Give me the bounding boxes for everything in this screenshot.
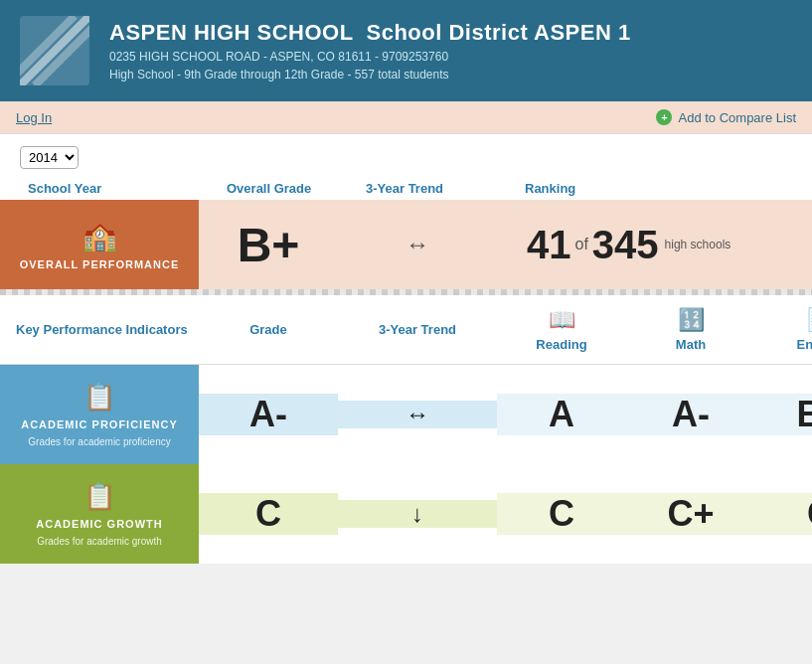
- growth-row: 📋 ACADEMIC GROWTH Grades for academic gr…: [0, 464, 812, 564]
- col-overall-grade: Overall Grade: [219, 177, 358, 200]
- overall-trend-cell: ↔: [338, 231, 497, 258]
- overall-trend-arrow: ↔: [406, 231, 429, 258]
- proficiency-icon: 📋: [83, 382, 115, 413]
- growth-english: C: [755, 493, 812, 535]
- math-icon: 🔢: [678, 307, 705, 333]
- compare-icon: +: [656, 109, 672, 125]
- rank-number: 41: [527, 223, 571, 267]
- ranking-cell: 41 of 345 high schools: [497, 223, 812, 267]
- proficiency-sublabel: Grades for academic proficiency: [28, 436, 170, 447]
- growth-sublabel: Grades for academic growth: [37, 536, 162, 547]
- kpi-math-header: 🔢 Math: [626, 299, 755, 360]
- growth-trend-arrow: ↓: [411, 500, 423, 528]
- growth-math: C+: [626, 493, 755, 535]
- english-icon: 📝: [807, 307, 813, 333]
- year-select[interactable]: 2014 2013 2012: [20, 146, 79, 169]
- kpi-title-header: Key Performance Indicators: [0, 314, 199, 345]
- growth-trend: ↓: [338, 500, 497, 528]
- header: ASPEN HIGH SCHOOL School District ASPEN …: [0, 0, 812, 101]
- main-content: 2014 2013 2012 School Year Overall Grade…: [0, 134, 812, 564]
- proficiency-reading: A: [497, 394, 626, 435]
- growth-icon: 📋: [83, 481, 115, 512]
- school-address: 0235 HIGH SCHOOL ROAD - ASPEN, CO 81611 …: [109, 50, 631, 64]
- year-select-row: 2014 2013 2012: [20, 146, 792, 169]
- rank-total: 345: [592, 223, 659, 267]
- growth-label-cell: 📋 ACADEMIC GROWTH Grades for academic gr…: [0, 464, 199, 564]
- proficiency-row: 📋 ACADEMIC PROFICIENCY Grades for academ…: [0, 365, 812, 464]
- proficiency-english: B+: [755, 394, 812, 435]
- overall-grade: B+: [238, 218, 300, 272]
- school-icon: 🏫: [82, 220, 117, 252]
- rank-of: of: [575, 236, 588, 253]
- school-name: ASPEN HIGH SCHOOL School District ASPEN …: [109, 20, 631, 46]
- math-label: Math: [676, 337, 706, 352]
- proficiency-label: ACADEMIC PROFICIENCY: [21, 418, 178, 430]
- reading-icon: 📖: [549, 307, 575, 333]
- proficiency-grade: A-: [199, 394, 338, 435]
- school-description: High School - 9th Grade through 12th Gra…: [109, 68, 631, 82]
- column-headers: School Year Overall Grade 3-Year Trend R…: [20, 177, 792, 200]
- proficiency-trend: ↔: [338, 401, 497, 428]
- kpi-header-row: Key Performance Indicators Grade 3-Year …: [0, 295, 812, 365]
- english-label: English: [797, 337, 812, 352]
- proficiency-trend-arrow: ↔: [406, 401, 429, 428]
- login-link[interactable]: Log In: [16, 110, 52, 125]
- overall-row: 🏫 OVERALL PERFORMANCE B+ ↔ 41 of 345 hig…: [0, 200, 812, 289]
- proficiency-math: A-: [626, 394, 755, 435]
- growth-reading: C: [497, 493, 626, 535]
- nav-bar: Log In + Add to Compare List: [0, 101, 812, 134]
- kpi-reading-header: 📖 Reading: [497, 299, 626, 360]
- compare-link[interactable]: + Add to Compare List: [656, 109, 796, 125]
- year-section: 2014 2013 2012 School Year Overall Grade…: [0, 134, 812, 200]
- proficiency-label-cell: 📋 ACADEMIC PROFICIENCY Grades for academ…: [0, 365, 199, 464]
- overall-grade-cell: B+: [199, 218, 338, 272]
- header-text: ASPEN HIGH SCHOOL School District ASPEN …: [109, 20, 631, 82]
- col-ranking: Ranking: [517, 177, 792, 200]
- col-trend: 3-Year Trend: [358, 177, 517, 200]
- rank-label: high schools: [665, 238, 731, 251]
- overall-label-cell: 🏫 OVERALL PERFORMANCE: [0, 200, 199, 289]
- overall-label: OVERALL PERFORMANCE: [20, 258, 180, 270]
- school-logo: [20, 16, 89, 85]
- kpi-english-header: 📝 English: [755, 299, 812, 360]
- growth-grade: C: [199, 493, 338, 535]
- kpi-trend-header: 3-Year Trend: [338, 314, 497, 345]
- growth-label: ACADEMIC GROWTH: [36, 518, 162, 530]
- col-school-year: School Year: [20, 177, 219, 200]
- kpi-grade-header: Grade: [199, 314, 338, 345]
- reading-label: Reading: [536, 337, 586, 352]
